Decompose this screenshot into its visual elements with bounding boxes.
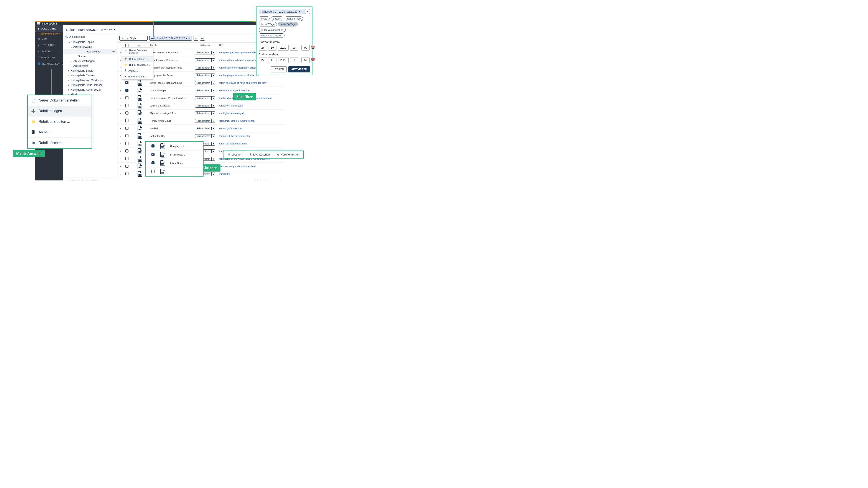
expand-icon[interactable]: › — [120, 59, 121, 61]
ctx-item[interactable]: 🗄Archiv ... — [122, 68, 153, 73]
tree-item[interactable]: ›Kunstgalerie Binetti — [63, 68, 117, 73]
expand-icon[interactable]: › — [148, 145, 148, 148]
reimport-button[interactable]: Reimportieren▾ — [195, 104, 215, 107]
menu-item[interactable]: 📄Neues Dokument erstellen — [28, 95, 92, 106]
row-title[interactable]: Lady in a Staircase — [150, 104, 193, 107]
row-checkbox[interactable] — [125, 81, 128, 84]
end-hour[interactable] — [290, 57, 298, 63]
tree-item[interactable]: ›Kunstgalerie Czaska — [63, 73, 117, 78]
row-checkbox[interactable] — [125, 127, 128, 130]
end-year[interactable] — [278, 57, 289, 63]
reimport-button[interactable]: Reimportieren▾ — [195, 134, 215, 138]
row-title[interactable]: Green Garden in Provence — [150, 51, 193, 54]
preset-chip[interactable]: letzte 7 Tage — [259, 22, 277, 27]
sidebar-item-benutzer[interactable]: 👤BENUTZERKONTO — [35, 61, 63, 67]
expand-icon[interactable]: › — [120, 67, 121, 69]
row-uri[interactable]: /art/00690 — [217, 173, 284, 175]
expand-icon[interactable]: › — [120, 82, 121, 84]
tree-item[interactable]: ›Alle Künstler — [63, 64, 117, 68]
sidebar-sub-docbrowser[interactable]: Dokumenten-Browser — [35, 32, 63, 36]
reimport-button[interactable]: Reimportieren▾ — [195, 96, 215, 100]
add-filter-button[interactable]: + — [193, 36, 198, 40]
menu-item[interactable]: 🗄Archiv ... — [28, 127, 92, 138]
hamburger-icon[interactable] — [37, 22, 40, 25]
expand-icon[interactable]: › — [120, 142, 121, 145]
reimport-button[interactable]: Reimportieren▾ — [195, 111, 215, 115]
close-icon[interactable]: × — [188, 37, 190, 39]
tree-item[interactable]: ⌄Kunstgalerie Kaplan — [63, 40, 117, 44]
sidebar-item-workflow[interactable]: ⤴WORKFLOW — [35, 55, 63, 61]
expand-icon[interactable]: › — [120, 120, 121, 122]
start-day[interactable] — [259, 45, 267, 51]
row-title[interactable]: Flight of the Winged Tree — [150, 112, 193, 115]
ctx-item[interactable]: ✖Rubrik löschen ... — [122, 73, 153, 79]
date-filter-chip[interactable]: Aktualisiert: 27.10.20 - 26.11.20 ▾ × — [149, 36, 192, 40]
reimport-button[interactable]: Reimportieren▾ — [195, 119, 215, 123]
ctx-item[interactable]: ➕Rubrik anlegen ... — [122, 56, 153, 62]
row-title[interactable]: Hanging on the Subject — [150, 74, 193, 76]
expand-icon[interactable]: › — [148, 170, 148, 173]
row-checkbox[interactable] — [125, 150, 128, 153]
row-title[interactable]: Good Lion and Rhinoceros — [150, 59, 193, 61]
sidebar-item-mam[interactable]: ▤MAM — [35, 36, 63, 42]
filter-panel-header[interactable]: Aktualisiert: 27.10.20 - 26.11.20 ▾ × — [259, 9, 310, 14]
row-uri[interactable]: /art/no-golf/index.html — [217, 127, 284, 130]
row-title[interactable]: In this Place of Hope and Love — [150, 82, 193, 84]
row-checkbox[interactable] — [125, 89, 128, 92]
expand-icon[interactable]: › — [148, 154, 148, 156]
tree-item[interactable]: ›Kunstgalerie Xaver Seizer — [63, 88, 117, 92]
row-checkbox[interactable] — [125, 165, 128, 168]
reimport-button[interactable]: Reimportieren▾ — [195, 73, 215, 77]
row-checkbox[interactable] — [125, 119, 128, 122]
reimport-button[interactable]: Reimportieren▾ — [195, 58, 215, 62]
expand-icon[interactable]: › — [120, 104, 121, 107]
row-checkbox[interactable] — [125, 134, 128, 137]
activate-button[interactable]: AKTIVIEREN — [288, 66, 310, 72]
row-title[interactable]: No Golf — [150, 127, 193, 130]
start-min[interactable] — [302, 45, 310, 51]
expand-icon[interactable]: › — [120, 89, 121, 92]
calendar-icon[interactable]: 📅 — [311, 46, 315, 50]
row-checkbox[interactable] — [152, 161, 155, 164]
end-month[interactable] — [268, 57, 276, 63]
reimport-button[interactable]: Reimportieren▾ — [195, 66, 215, 70]
tree-item[interactable]: ›Kunstgalerie von Mordthorst — [63, 78, 117, 83]
row-uri[interactable]: /art/in-the-sand/index.html — [217, 142, 284, 145]
select-all-checkbox[interactable] — [125, 44, 128, 47]
col-title[interactable]: Titel ⇅ — [150, 44, 193, 47]
sidebar-item-struktur[interactable]: ▲STRUKTUR — [35, 42, 63, 48]
expand-icon[interactable]: › — [120, 97, 121, 99]
row-checkbox[interactable] — [125, 172, 128, 175]
rubriken-dropdown[interactable]: ⇄ Rubriken ▾ — [101, 28, 115, 31]
expand-icon[interactable]: › — [120, 74, 121, 76]
menu-item[interactable]: 📁Rubrik bearbeiten ... — [28, 117, 92, 127]
expand-icon[interactable]: › — [120, 165, 121, 168]
row-title[interactable]: Like a Strang — [170, 162, 203, 164]
row-title[interactable]: Pint of the Day — [150, 135, 193, 137]
expand-icon[interactable]: › — [120, 158, 121, 160]
row-uri[interactable]: /art/like-a-stranger/index.html — [217, 89, 284, 92]
expand-icon[interactable]: › — [120, 112, 121, 115]
sidebar-item-system[interactable]: ✖SYSTEM — [35, 48, 63, 55]
row-uri[interactable]: /art/in-this-place-of-hope-and-love/inde… — [217, 82, 284, 84]
reimport-button[interactable]: Reimportieren▾ — [195, 127, 215, 130]
expand-icon[interactable]: › — [120, 135, 121, 137]
start-hour[interactable] — [290, 45, 298, 51]
row-title[interactable]: Hanging on th — [170, 145, 203, 148]
start-month[interactable] — [268, 45, 276, 51]
col-icon[interactable]: Icon — [130, 44, 150, 47]
search-chip[interactable]: 🔍× — [119, 36, 148, 40]
row-title[interactable]: In this Place o — [170, 153, 203, 156]
ctx-item[interactable]: 📁Rubrik bearbeiten ... — [122, 62, 153, 68]
reimport-button[interactable]: Reimportieren▾ — [195, 51, 215, 55]
sidebar-item-dokumente[interactable]: ▮DOKUMENTE — [35, 25, 63, 32]
row-checkbox[interactable] — [125, 104, 128, 107]
preset-chip[interactable]: letzte 3 Tage — [285, 17, 303, 21]
tree-search[interactable]: 🔍 Alle Rubriken — [63, 34, 117, 40]
tree-item[interactable]: ›Kunstgalerie Linus Herschel — [63, 83, 117, 88]
preset-chip[interactable]: heute — [259, 17, 270, 21]
expand-icon[interactable]: › — [120, 173, 121, 175]
more-icon[interactable]: ⋯ — [112, 50, 115, 53]
tree-item[interactable]: ›Alle Ausstellungen — [63, 59, 117, 64]
row-uri[interactable]: /art/lady-in-a-staircase — [217, 104, 284, 107]
